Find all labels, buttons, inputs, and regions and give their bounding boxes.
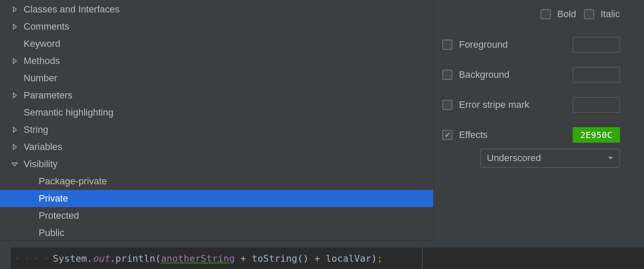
italic-checkbox[interactable] <box>584 9 594 19</box>
preview-token-field: out <box>93 253 110 264</box>
tree-item-label: Visibility <box>24 159 58 170</box>
tree-item-label: Comments <box>24 21 69 32</box>
tree-item-semantic-highlighting[interactable]: Semantic highlighting <box>11 104 433 121</box>
tree-item-label: Protected <box>39 210 79 221</box>
whitespace-indicator: · · · · <box>14 253 53 264</box>
style-properties-panel: Bold Italic Foreground Background <box>434 0 644 241</box>
chevron-right-icon[interactable] <box>11 6 18 13</box>
bold-option[interactable]: Bold <box>541 6 576 22</box>
tree-item-label: Number <box>24 73 57 84</box>
foreground-checkbox[interactable] <box>442 40 453 50</box>
error-stripe-label: Error stripe mark <box>459 99 529 110</box>
italic-label: Italic <box>601 9 620 20</box>
code-preview: · · · · System.out.println(anotherString… <box>11 248 644 269</box>
effects-type-value: Underscored <box>487 153 541 164</box>
chevron-right-icon[interactable] <box>11 143 18 151</box>
background-label: Background <box>459 69 509 80</box>
chevron-down-icon <box>608 156 614 160</box>
preview-token-local: localVar <box>326 253 371 264</box>
tree-item-label: Semantic highlighting <box>24 107 113 118</box>
tree-item-classes-and-interfaces[interactable]: Classes and Interfaces <box>11 1 433 18</box>
effects-type-dropdown[interactable]: Underscored <box>480 149 620 168</box>
tree-item-label: String <box>24 124 48 135</box>
syntax-element-tree[interactable]: Classes and InterfacesCommentsKeywordMet… <box>0 0 434 241</box>
chevron-down-icon[interactable] <box>11 160 18 168</box>
tree-item-comments[interactable]: Comments <box>11 18 433 35</box>
preview-token-arg: anotherString <box>161 253 235 264</box>
bold-label: Bold <box>557 9 576 20</box>
preview-token-method: println <box>115 253 155 264</box>
tree-item-protected[interactable]: Protected <box>11 207 433 224</box>
foreground-label: Foreground <box>459 39 508 50</box>
tree-item-private[interactable]: Private <box>0 190 433 207</box>
error-stripe-color-swatch[interactable] <box>573 97 620 113</box>
tree-item-label: Variables <box>24 141 62 153</box>
effects-label: Effects <box>459 129 488 141</box>
error-stripe-option[interactable]: Error stripe mark <box>442 99 529 110</box>
tree-item-number[interactable]: Number <box>11 70 433 87</box>
effects-color-swatch[interactable]: 2E950C <box>573 127 620 143</box>
effects-option[interactable]: Effects <box>442 129 488 141</box>
tree-item-parameters[interactable]: Parameters <box>11 87 433 104</box>
preview-token-call: toString() <box>252 253 309 264</box>
chevron-right-icon[interactable] <box>11 57 18 65</box>
tree-item-label: Private <box>39 193 68 204</box>
background-checkbox[interactable] <box>442 70 453 80</box>
foreground-option[interactable]: Foreground <box>442 39 508 50</box>
tree-item-variables[interactable]: Variables <box>11 138 433 156</box>
background-option[interactable]: Background <box>442 69 509 80</box>
preview-token-class: System <box>53 253 87 264</box>
tree-item-label: Public <box>39 227 64 238</box>
preview-token-terminator: ; <box>377 253 383 264</box>
chevron-right-icon[interactable] <box>11 126 18 134</box>
tree-item-string[interactable]: String <box>11 121 433 138</box>
italic-option[interactable]: Italic <box>584 6 620 22</box>
tree-item-keyword[interactable]: Keyword <box>11 35 433 52</box>
chevron-right-icon[interactable] <box>11 23 18 31</box>
preview-token-op: + <box>309 253 326 264</box>
chevron-right-icon[interactable] <box>11 92 18 99</box>
tree-item-public[interactable]: Public <box>11 224 433 241</box>
tree-item-label: Parameters <box>24 90 73 101</box>
tree-item-package-private[interactable]: Package-private <box>11 173 433 190</box>
error-stripe-checkbox[interactable] <box>442 100 453 110</box>
foreground-color-swatch[interactable] <box>573 37 620 52</box>
tree-item-methods[interactable]: Methods <box>11 52 433 70</box>
tree-item-label: Methods <box>24 55 60 67</box>
caret-indicator <box>422 248 422 269</box>
background-color-swatch[interactable] <box>573 67 620 83</box>
bold-checkbox[interactable] <box>541 9 551 19</box>
tree-item-label: Keyword <box>24 38 61 49</box>
tree-item-label: Package-private <box>39 176 107 187</box>
tree-item-visibility[interactable]: Visibility <box>11 156 433 173</box>
tree-item-label: Classes and Interfaces <box>24 4 120 15</box>
preview-token-op: + <box>235 253 252 264</box>
effects-checkbox[interactable] <box>442 130 453 140</box>
